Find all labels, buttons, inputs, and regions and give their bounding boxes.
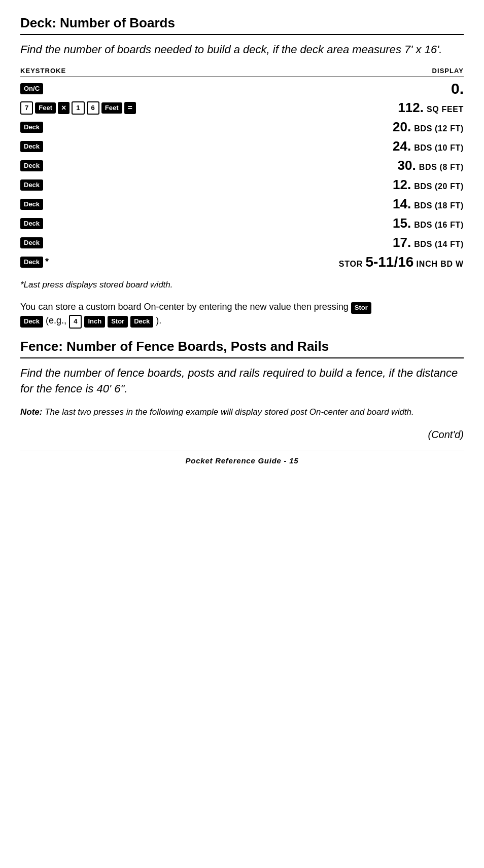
display-unit: BDS (20 Ft): [414, 182, 464, 191]
body-text-part3: ).: [156, 315, 161, 326]
key-deck[interactable]: Deck: [20, 179, 43, 191]
col-header-keystroke: KEYSTROKE: [20, 67, 432, 75]
keystroke-cell: Deck *: [20, 257, 339, 268]
table-row: Deck 20. BDS (12 Ft): [20, 118, 464, 137]
key-deck[interactable]: Deck: [20, 237, 43, 249]
section1-divider: [20, 34, 464, 35]
table-row: Deck 24. BDS (10 Ft): [20, 137, 464, 156]
key-feet1[interactable]: Feet: [35, 102, 56, 114]
display-cell: 112. SQ FEET: [398, 100, 464, 116]
table-row: Deck 14. BDS (18 Ft): [20, 195, 464, 214]
keystroke-cell: Deck: [20, 237, 393, 249]
keystroke-cell: Deck: [20, 141, 393, 153]
table-row: Deck 30. BDS (8 Ft): [20, 156, 464, 175]
section1-intro: Find the number of boards needed to buil…: [20, 42, 464, 58]
table-row: On/C 0.: [20, 79, 464, 98]
footnote-text: *Last press displays stored board width.: [20, 279, 464, 291]
col-header-display: DISPLAY: [432, 67, 464, 75]
display-num: 12.: [393, 177, 411, 192]
display-cell-stor: STOR 5-11/16 INCH BD W: [339, 254, 464, 270]
keystroke-cell: Deck: [20, 218, 393, 230]
key-1[interactable]: 1: [72, 101, 84, 115]
key-deck[interactable]: Deck: [20, 199, 43, 210]
stor-unit: INCH BD W: [413, 260, 464, 268]
display-num: 15.: [393, 215, 411, 231]
display-unit: BDS (8 Ft): [419, 163, 464, 171]
key-deck[interactable]: Deck: [20, 218, 43, 230]
keystroke-cell: On/C: [20, 83, 451, 95]
display-value: 0.: [451, 80, 464, 97]
footer: Pocket Reference Guide - 15: [20, 451, 464, 465]
display-cell: 15. BDS (16 Ft): [393, 215, 464, 231]
section2-title: Fence: Number of Fence Boards, Posts and…: [20, 339, 464, 354]
display-cell: 0.: [451, 80, 464, 97]
key-6[interactable]: 6: [87, 101, 99, 115]
body-text-part1: You can store a custom board On-center b…: [20, 302, 351, 312]
keystroke-cell: Deck: [20, 122, 393, 133]
onc-key[interactable]: On/C: [20, 83, 43, 95]
page-container: Deck: Number of Boards Find the number o…: [20, 15, 464, 465]
display-unit: BDS (10 Ft): [414, 143, 464, 152]
table-row: Deck * STOR 5-11/16 INCH BD W: [20, 252, 464, 272]
keystroke-cell: 7 Feet × 1 6 Feet =: [20, 101, 398, 115]
key-deck-inline[interactable]: Deck: [20, 316, 43, 328]
display-cell: 14. BDS (18 Ft): [393, 196, 464, 212]
star-symbol: *: [45, 257, 49, 267]
table-row: Deck 15. BDS (16 Ft): [20, 214, 464, 233]
stor-label: STOR: [339, 260, 366, 268]
display-unit: BDS (16 Ft): [414, 221, 464, 229]
section1-title: Deck: Number of Boards: [20, 15, 464, 31]
table-row: Deck 12. BDS (20 Ft): [20, 175, 464, 195]
note-body: The last two presses in the following ex…: [42, 407, 413, 417]
key-multiply[interactable]: ×: [58, 102, 70, 115]
note-bold: Note:: [20, 407, 42, 417]
stor-value: 5-11/16: [365, 254, 413, 270]
key-deck[interactable]: Deck: [20, 160, 43, 172]
key-stor-inline[interactable]: Stor: [351, 302, 371, 314]
key-equals[interactable]: =: [124, 102, 136, 115]
display-num: 30.: [398, 158, 416, 173]
key-feet2[interactable]: Feet: [101, 102, 122, 114]
body-text-part2: (e.g.,: [46, 315, 69, 326]
display-cell: 12. BDS (20 Ft): [393, 177, 464, 193]
contd-text: (Cont'd): [20, 429, 464, 441]
display-num: 24.: [393, 138, 411, 154]
display-cell: 24. BDS (10 Ft): [393, 138, 464, 154]
table-row: 7 Feet × 1 6 Feet = 112. SQ FEET: [20, 98, 464, 118]
body-text: You can store a custom board On-center b…: [20, 300, 464, 329]
key-7[interactable]: 7: [20, 101, 33, 115]
keystroke-cell: Deck: [20, 199, 393, 210]
display-unit: SQ FEET: [427, 105, 464, 114]
display-unit: BDS (14 Ft): [414, 240, 464, 248]
key-deck[interactable]: Deck: [20, 122, 43, 133]
display-unit: BDS (12 Ft): [414, 124, 464, 133]
key-deck-inline2[interactable]: Deck: [130, 316, 153, 328]
section2-divider: [20, 357, 464, 358]
key-deck-star[interactable]: Deck: [20, 257, 43, 268]
key-deck[interactable]: Deck: [20, 141, 43, 153]
display-cell: 30. BDS (8 Ft): [398, 158, 464, 173]
key-inch-inline[interactable]: Inch: [84, 316, 105, 328]
key-4-inline[interactable]: 4: [69, 315, 82, 329]
display-unit: BDS (18 Ft): [414, 201, 464, 210]
display-cell: 20. BDS (12 Ft): [393, 119, 464, 135]
keystroke-cell: Deck: [20, 179, 393, 191]
display-cell: 17. BDS (14 Ft): [393, 235, 464, 250]
table-row: Deck 17. BDS (14 Ft): [20, 233, 464, 252]
display-num: 17.: [393, 235, 411, 250]
keystroke-table: On/C 0. 7 Feet × 1 6 Feet = 112. SQ FEET: [20, 79, 464, 272]
keystroke-cell: Deck: [20, 160, 398, 172]
display-num: 14.: [393, 196, 411, 211]
key-stor-inline2[interactable]: Stor: [108, 316, 128, 328]
section2-intro: Find the number of fence boards, posts a…: [20, 366, 464, 397]
note-text: Note: The last two presses in the follow…: [20, 406, 464, 419]
display-num: 112.: [398, 100, 424, 115]
display-num: 20.: [393, 119, 411, 134]
column-headers: KEYSTROKE DISPLAY: [20, 67, 464, 77]
